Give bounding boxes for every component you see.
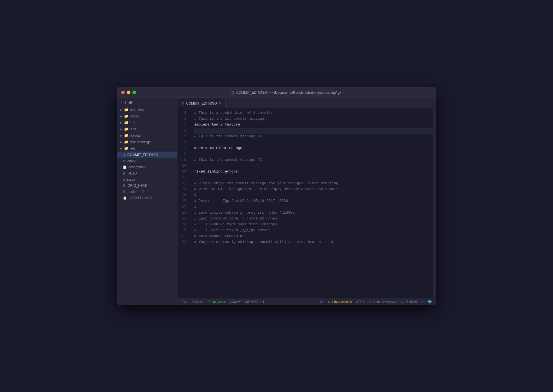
tab-commit-editmsg[interactable]: ⚷ COMMIT_EDITMSG ✕	[177, 99, 226, 108]
objects-folder-icon: 📁	[124, 133, 128, 138]
line-num-15: 15	[177, 192, 190, 198]
status-file: File 0	[181, 300, 188, 303]
status-position: 4:1	[260, 300, 264, 303]
tab-bar: ⚷ COMMIT_EDITMSG ✕	[177, 98, 436, 108]
status-bar: File 0 Project 0 ✓ No Issues COMMIT_EDIT…	[177, 298, 436, 305]
line-ending[interactable]: LF	[320, 300, 324, 303]
bird-icon[interactable]: 🐦	[428, 299, 432, 304]
sidebar-item-commit-editmsg[interactable]: ⚷ COMMIT_EDITMSG	[117, 152, 177, 158]
hooks-label: hooks	[130, 114, 139, 118]
titlebar: COMMIT_EDITMSG — ~/Documents/Rangle.io/t…	[117, 87, 436, 98]
code-line-1: # This is a combination of 3 commits.	[194, 110, 433, 116]
index-label: index	[127, 178, 135, 181]
line-num-21: 21	[177, 228, 190, 233]
status-filename-text: COMMIT_EDITMSG	[229, 300, 258, 303]
squash-msg-label: SQUASH_MSG	[128, 196, 152, 200]
sidebar-item-info[interactable]: ▶ 📁 info	[117, 119, 177, 126]
line-num-23: 23	[177, 239, 190, 245]
line-num-14: 14	[177, 186, 190, 192]
info-folder-icon: 📁	[124, 121, 128, 125]
scrollbar[interactable]	[433, 108, 436, 298]
file-icon	[231, 91, 235, 95]
index-icon: ⊞	[123, 178, 125, 181]
rebase-label: rebase-merge	[130, 140, 151, 144]
refs-label: refs	[130, 147, 135, 150]
code-line-15: #	[194, 192, 433, 198]
sidebar-item-packed-refs[interactable]: 🗄 packed-refs	[117, 189, 177, 195]
tab-key-icon: ⚷	[181, 101, 184, 105]
sidebar-root-label: .git	[128, 100, 133, 104]
linting-underline-21: linting	[240, 228, 256, 232]
sidebar-item-head[interactable]: 🗄 HEAD	[117, 170, 177, 176]
sidebar-item-index[interactable]: ⊞ index	[117, 176, 177, 183]
head-icon: 🗄	[123, 172, 126, 175]
code-line-20: # s 060899c made some minor changes	[194, 222, 433, 228]
linting-underline-11: linting	[207, 169, 223, 174]
sidebar-item-description[interactable]: 📄 description	[117, 164, 177, 170]
config-label: config	[127, 159, 136, 163]
sidebar: ▼ ⚷ .git ▶ 📁 branches ▶ 📁 hooks ▶ 📁	[117, 98, 177, 305]
status-branch[interactable]: ⎇ f3ad93b	[401, 300, 417, 303]
language[interactable]: Git Commit Message	[369, 300, 397, 303]
code-line-12	[194, 175, 433, 181]
tab-label: COMMIT_EDITMSG	[186, 101, 217, 105]
code-area[interactable]: # This is a combination of 3 commits. # …	[190, 108, 433, 298]
line-num-6: 6	[177, 140, 190, 145]
refs-folder-icon: 📁	[124, 146, 128, 150]
branch-icon: ⎇	[401, 300, 405, 303]
line-num-9: 9	[177, 157, 190, 163]
sidebar-item-logs[interactable]: ▶ 📁 logs	[117, 126, 177, 132]
squash-msg-icon: 📋	[123, 196, 127, 200]
line-num-10: 10	[177, 163, 190, 169]
hooks-folder-icon: 📁	[124, 114, 128, 118]
line-num-5: 5	[177, 134, 190, 140]
code-line-6	[194, 140, 433, 145]
info-label: info	[130, 121, 135, 125]
edit-icon[interactable]: ✏	[421, 300, 424, 304]
code-line-14: # with '#' will be ignored, and an empty…	[194, 186, 433, 192]
minimize-button[interactable]	[127, 91, 130, 94]
line-num-8: 8	[177, 151, 190, 157]
sidebar-item-refs[interactable]: ▶ 📁 refs	[117, 145, 177, 152]
checkmark-icon: ✓	[208, 300, 211, 303]
sidebar-root[interactable]: ▼ ⚷ .git	[117, 98, 177, 107]
orig-head-label: ORIG_HEAD	[128, 184, 147, 188]
traffic-lights	[121, 91, 136, 94]
code-line-10	[194, 163, 433, 169]
sidebar-item-branches[interactable]: ▶ 📁 branches	[117, 107, 177, 113]
tab-close-button[interactable]: ✕	[219, 101, 221, 105]
branch-name: f3ad93b	[406, 300, 417, 303]
line-num-11: 11	[177, 169, 190, 175]
sidebar-item-orig-head[interactable]: 🗄 ORIG_HEAD	[117, 183, 177, 189]
sidebar-item-objects[interactable]: ▶ 📁 objects	[117, 132, 177, 139]
root-chevron-icon: ▼	[120, 101, 123, 104]
status-warnings[interactable]: ⚠ 7 deprecations	[328, 300, 352, 303]
warnings-text: 7 deprecations	[332, 300, 352, 303]
status-no-issues[interactable]: ✓ No Issues	[208, 300, 226, 303]
maximize-button[interactable]	[132, 91, 136, 94]
code-line-7: made some minor changes	[194, 145, 433, 151]
line-num-2: 2	[177, 116, 190, 122]
logs-folder-icon: 📁	[124, 127, 128, 131]
sidebar-item-rebase-merge[interactable]: ▶ 📁 rebase-merge	[117, 139, 177, 145]
code-line-17: #	[194, 204, 433, 210]
code-line-9: # This is the commit message #3:	[194, 157, 433, 163]
code-line-13: # Please enter the commit message for yo…	[194, 181, 433, 186]
line-num-16: 16	[177, 198, 190, 204]
line-num-7: 7	[177, 145, 190, 151]
code-line-4	[194, 128, 433, 134]
encoding[interactable]: UTF-8	[356, 300, 364, 303]
line-num-20: 20	[177, 222, 190, 228]
code-line-22: # No commands remaining.	[194, 233, 433, 239]
status-filename: COMMIT_EDITMSG 4:1	[229, 300, 264, 303]
sidebar-item-config[interactable]: ⚙ config	[117, 158, 177, 164]
sidebar-item-squash-msg[interactable]: 📋 SQUASH_MSG	[117, 195, 177, 201]
branches-label: branches	[130, 108, 144, 112]
sidebar-item-hooks[interactable]: ▶ 📁 hooks	[117, 113, 177, 119]
close-button[interactable]	[121, 91, 125, 94]
editor-content[interactable]: 1 2 3 4 5 6 7 8 9 10 11 12 13 14 15 16 1	[177, 108, 436, 298]
code-line-2: # This is the 1st commit message:	[194, 116, 433, 122]
refs-chevron-icon: ▶	[120, 147, 122, 150]
branches-folder-icon: 📁	[124, 108, 128, 112]
commit-key-icon: ⚷	[123, 153, 126, 157]
